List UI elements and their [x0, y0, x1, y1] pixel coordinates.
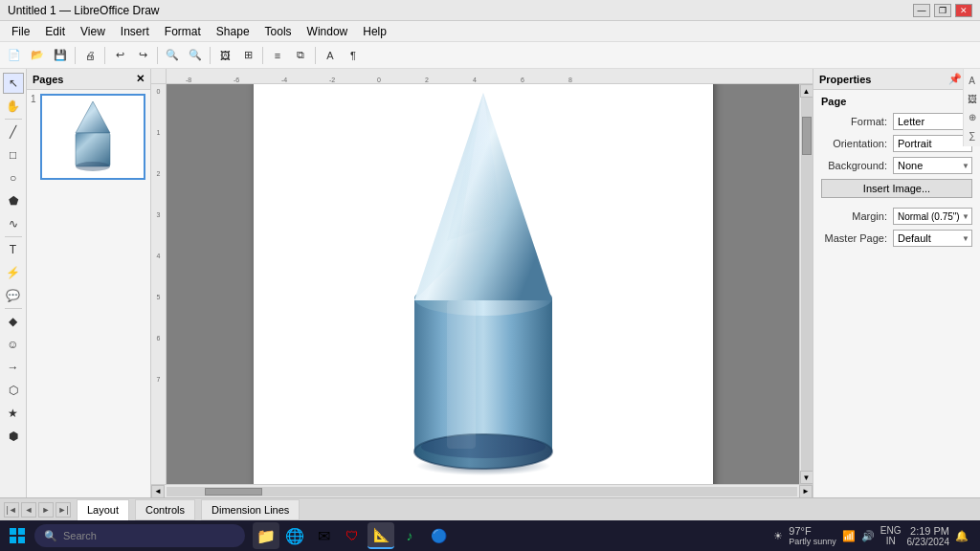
background-value[interactable]: None ▼ [893, 157, 972, 174]
insert-image-button[interactable]: Insert Image... [821, 179, 972, 198]
new-button[interactable]: 📄 [4, 45, 25, 66]
3d-tool[interactable]: ⬢ [3, 426, 24, 447]
redo-button[interactable]: ↪ [132, 45, 153, 66]
horizontal-scrollbar[interactable]: ◄ ► [151, 484, 813, 497]
orientation-value[interactable]: Portrait ▼ [893, 135, 972, 152]
save-button[interactable]: 💾 [50, 45, 71, 66]
polygon-tool[interactable]: ⬟ [3, 190, 24, 211]
undo-button[interactable]: ↩ [109, 45, 130, 66]
text-tool[interactable]: T [3, 239, 24, 260]
svg-rect-16 [18, 537, 25, 543]
open-button[interactable]: 📂 [27, 45, 48, 66]
tab-nav-first[interactable]: |◄ [4, 502, 19, 518]
close-button[interactable]: ✕ [955, 4, 972, 17]
tab-controls[interactable]: Controls [135, 499, 195, 520]
tab-nav-prev[interactable]: ◄ [21, 502, 36, 518]
arrows-tool[interactable]: → [3, 357, 24, 378]
star-tool[interactable]: ★ [3, 403, 24, 424]
insert-table-button[interactable]: ⊞ [237, 45, 258, 66]
properties-pin-icon[interactable]: 📌 [948, 73, 962, 85]
minimize-button[interactable]: — [913, 4, 930, 17]
symbol-shapes-tool[interactable]: ☺ [3, 334, 24, 355]
svg-point-12 [421, 435, 546, 458]
scroll-down-button[interactable]: ▼ [800, 471, 813, 484]
bullet-shape[interactable] [378, 88, 589, 480]
svg-rect-13 [10, 528, 16, 535]
page-thumbnail[interactable] [40, 94, 145, 180]
menu-shape[interactable]: Shape [209, 23, 257, 40]
margin-row: Margin: Normal (0.75") ▼ [821, 208, 972, 225]
properties-title: Properties [819, 74, 871, 85]
taskbar-mcafee[interactable]: 🛡 [339, 522, 366, 549]
arrange-button[interactable]: ⧉ [290, 45, 311, 66]
drawing-canvas[interactable] [167, 84, 799, 484]
app-title: Untitled 1 — LibreOffice Draw [8, 4, 160, 17]
taskbar-chrome[interactable]: 🔵 [425, 522, 452, 549]
margin-value[interactable]: Normal (0.75") ▼ [893, 208, 972, 225]
scroll-thumb[interactable] [802, 117, 812, 155]
scroll-right-button[interactable]: ► [799, 485, 813, 498]
gallery-icon[interactable]: 🖼 [965, 91, 980, 106]
flowchart-tool[interactable]: ⬡ [3, 380, 24, 401]
h-scroll-track[interactable] [167, 487, 797, 496]
start-button[interactable] [4, 522, 31, 549]
menu-bar: File Edit View Insert Format Shape Tools… [0, 21, 980, 42]
notification-icon[interactable]: 🔔 [955, 530, 969, 542]
styles-icon[interactable]: A [965, 73, 980, 88]
curve-tool[interactable]: ∿ [3, 213, 24, 234]
menu-tools[interactable]: Tools [257, 23, 300, 40]
taskbar-file-explorer[interactable]: 📁 [253, 522, 279, 549]
connector-tool[interactable]: ⚡ [3, 262, 24, 283]
canvas-area[interactable]: -8 -6 -4 -2 0 2 4 6 8 0 1 2 3 4 [151, 69, 813, 497]
rect-tool[interactable]: □ [3, 144, 24, 165]
pages-content: 1 [27, 90, 150, 497]
pages-header: Pages ✕ [27, 69, 150, 90]
select-tool[interactable]: ↖ [3, 73, 24, 94]
format-button[interactable]: A [320, 45, 341, 66]
vertical-scrollbar[interactable]: ▲ ▼ [799, 84, 813, 484]
h-scroll-thumb[interactable] [205, 488, 262, 496]
search-bar[interactable]: 🔍 Search [34, 524, 245, 547]
menu-format[interactable]: Format [157, 23, 209, 40]
format-value[interactable]: Letter ▼ [893, 113, 972, 130]
maximize-button[interactable]: ❐ [934, 4, 951, 17]
menu-insert[interactable]: Insert [113, 23, 157, 40]
taskbar-edge[interactable]: 🌐 [281, 522, 308, 549]
print-button[interactable]: 🖨 [79, 45, 100, 66]
taskbar-mail[interactable]: ✉ [310, 522, 337, 549]
ellipse-tool[interactable]: ○ [3, 167, 24, 188]
menu-file[interactable]: File [4, 23, 37, 40]
network-icon[interactable]: 📶 [842, 530, 856, 542]
background-dropdown-arrow: ▼ [962, 162, 969, 170]
callout-tool[interactable]: 💬 [3, 285, 24, 306]
scroll-track[interactable] [801, 98, 813, 471]
menu-window[interactable]: Window [300, 23, 356, 40]
menu-view[interactable]: View [73, 23, 113, 40]
sound-icon[interactable]: 🔊 [861, 530, 875, 542]
tab-nav-next[interactable]: ► [38, 502, 54, 518]
basic-shapes-tool[interactable]: ◆ [3, 311, 24, 332]
style-button[interactable]: ¶ [343, 45, 364, 66]
tab-dimension-lines[interactable]: Dimension Lines [201, 499, 300, 520]
navigator-icon[interactable]: ⊕ [965, 109, 980, 124]
zoom-out-button[interactable]: 🔍 [185, 45, 206, 66]
tab-layout[interactable]: Layout [77, 499, 129, 520]
right-panel-icons: A 🖼 ⊕ ∑ [963, 69, 980, 146]
line-tool[interactable]: ╱ [3, 121, 24, 143]
pan-tool[interactable]: ✋ [3, 96, 24, 117]
tab-nav-last[interactable]: ►| [56, 502, 71, 518]
insert-image-button[interactable]: 🖼 [214, 45, 235, 66]
svg-rect-14 [18, 528, 25, 535]
taskbar-libreoffice[interactable]: 📐 [368, 522, 394, 549]
zoom-in-button[interactable]: 🔍 [162, 45, 183, 66]
master-page-value[interactable]: Default ▼ [893, 230, 972, 247]
functions-icon[interactable]: ∑ [965, 127, 980, 143]
align-button[interactable]: ≡ [267, 45, 288, 66]
taskbar-spotify[interactable]: ♪ [396, 522, 423, 549]
menu-help[interactable]: Help [355, 23, 394, 40]
pages-close[interactable]: ✕ [136, 73, 145, 85]
scroll-up-button[interactable]: ▲ [800, 84, 813, 98]
scroll-left-button[interactable]: ◄ [151, 485, 165, 498]
format-row: Format: Letter ▼ [821, 113, 972, 130]
menu-edit[interactable]: Edit [37, 23, 73, 40]
